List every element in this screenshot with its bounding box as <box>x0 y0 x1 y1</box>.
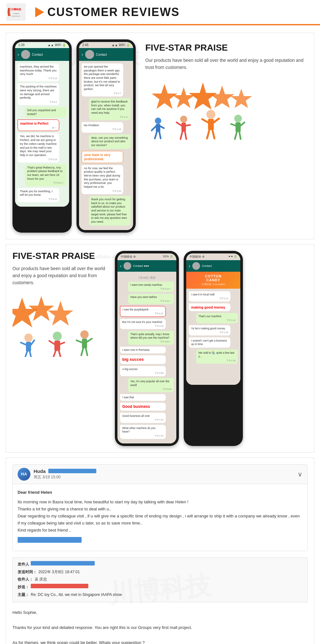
msg-text: Good business all over <box>122 414 164 418</box>
chat-messages-1: machines, they arrived the warehouse tod… <box>15 61 69 207</box>
svg-marker-4 <box>152 84 177 109</box>
meta-receiver-row: 收件人： 吴 庆忠 <box>18 576 302 583</box>
msg-time: 下午4:58 <box>122 372 164 375</box>
contact-name-2: Contact <box>96 53 107 56</box>
msg-text: But I'm not sure it's your machine <box>122 320 164 324</box>
chuanbo-sub: 川博科技 CHUANBO <box>189 283 238 286</box>
msg-text: I saw that <box>122 396 164 399</box>
msg-text: That's our machine <box>198 315 236 318</box>
status-bar-3: 中国移动 令 52% 🔋 <box>117 253 176 260</box>
meta-cc-label: 抄送： <box>18 584 29 591</box>
section-2: gzchuanbo.en.alibaba.com FIVE-STAR PRAIS… <box>6 244 314 453</box>
contact-name: Contact <box>32 53 43 56</box>
msg-time: 下午6:19 <box>20 158 57 161</box>
carrier-4: 中国移动 令 <box>189 255 205 259</box>
chat-header-4: ‹ Contact <box>186 260 240 272</box>
msg-m2-highlight: making good money <box>189 303 230 311</box>
msg-s3: I saw the purple&pink 下午4:15 <box>120 306 166 317</box>
msg-time: 下午7:47 <box>122 418 164 421</box>
msg-s2: Have you seen before 下午4:14 ✓ <box>128 294 174 304</box>
meta-receiver-value: 吴 庆忠 <box>35 576 47 583</box>
cotton-candy-title: COTTON <box>189 274 238 278</box>
back-icon-4[interactable]: ‹ <box>189 263 190 268</box>
msg-s7: A big succes 下午4:58 <box>120 366 166 376</box>
svg-point-9 <box>155 118 161 124</box>
msg-text: I want one candy machine. <box>130 283 172 287</box>
msg-3: Did you unpacked and tested? <box>25 107 67 118</box>
msg-m6: We sold to 🏪 quite a few last y... 下午1:1… <box>196 350 238 363</box>
msg-text: As for now, we feel the product quality … <box>84 167 121 189</box>
email-body-2: Hello Sophie, Thanks for your kind and d… <box>12 607 308 644</box>
msg-p2-1: we just opened the pacakiges them a week… <box>82 63 123 96</box>
msg-4: machine is Perfect 18 ✓ <box>18 120 59 131</box>
msg-time: 下午6:00 <box>130 388 172 391</box>
msg-7: Thank you for everthing, I will let you … <box>18 188 59 202</box>
signal-icons: ▲▲ WiFi 🔋 <box>112 43 130 47</box>
svg-line-53 <box>86 348 87 355</box>
email-line-1: Its morning now in Basra local time, how… <box>18 499 302 506</box>
msg-text: I saw it in local mall <box>191 293 228 296</box>
msg-s10-highlight: Good business <box>120 403 166 411</box>
msg-p2-5: your team is very professional. <box>82 151 123 163</box>
svg-line-46 <box>53 351 56 357</box>
svg-line-14 <box>159 132 161 138</box>
meta-cc-row: 抄送： <box>18 584 302 591</box>
meta-time-row: 发送时间： 2022年 3月9日 18:47:01 <box>18 569 302 576</box>
meta-sender-row: 发件人 <box>18 561 302 568</box>
meta-time-value: 2022年 3月9日 18:47:01 <box>38 569 80 576</box>
praise-text-2: Our products have been sold all over the… <box>12 265 108 286</box>
section1-content: 1:39 ▲▲ WiFi 🔋 ‹ Contact machines, they … <box>12 39 308 233</box>
msg-time: 下午6:22 <box>20 198 57 201</box>
svg-point-15 <box>180 116 187 123</box>
back-icon[interactable]: ‹ <box>18 52 19 57</box>
phone-screen-1: 1:39 ▲▲ WiFi 🔋 ‹ Contact machines, they … <box>15 42 69 207</box>
msg-time: 下午1:14 <box>198 319 236 322</box>
phone-mockup-3: 中国移动 令 52% 🔋 ‹ Contact ●●● 7月28日 周四 I wa… <box>115 251 179 446</box>
msg-p2-6: As for now, we feel the product quality … <box>82 165 123 194</box>
svg-line-29 <box>231 124 236 126</box>
svg-line-24 <box>214 119 219 122</box>
play-icon <box>35 7 44 17</box>
msg-p2-4: dear, can you say something about our pr… <box>89 135 131 149</box>
section-1: 川博科技 1:39 ▲▲ WiFi 🔋 ‹ Contact <box>6 33 314 239</box>
msg-highlight-orange: your team is very professional. <box>84 153 121 161</box>
msg-time: 下午4:53 ✓ <box>130 340 172 343</box>
meta-sender-label: 发件人 <box>18 561 29 568</box>
msg-s8: Yes, it's very popular all over the worl… <box>128 378 174 392</box>
cotton-candy-title2: CANDY <box>189 278 238 282</box>
email-date: 周五 3/19 15:00 <box>34 475 298 480</box>
msg-text: I scared I can't get a business up in ti… <box>191 339 228 346</box>
svg-line-45 <box>60 343 64 344</box>
praise-info-1: FIVE-STAR PRAISE Our products have been … <box>142 39 308 145</box>
email-card-1: HA Huda 周五 3/19 15:00 ∨ Dear friend Hele… <box>12 464 308 551</box>
msg-time: 下午2:7 <box>84 92 121 95</box>
expand-icon[interactable]: ∨ <box>298 470 302 478</box>
svg-rect-28 <box>236 122 241 132</box>
msg-text: I seen one in Romania <box>122 348 164 352</box>
msg-text: machines, they arrived the warehouse tod… <box>20 65 57 76</box>
svg-marker-34 <box>28 296 54 321</box>
msg-s4: But I'm not sure it's your machine 下午4:1… <box>120 319 166 329</box>
svg-point-36 <box>24 334 33 342</box>
sender-bar <box>48 469 96 473</box>
sender-name: Huda <box>34 468 46 474</box>
meta-receiver-label: 收件人： <box>18 576 33 583</box>
msg-text: Thank you for everthing, I will let you … <box>20 190 57 197</box>
meta-subject-label: 主题： <box>18 591 29 599</box>
back-icon[interactable]: ‹ <box>82 52 83 57</box>
cotton-candy-header: COTTON CANDY 川博科技 CHUANBO <box>186 272 240 289</box>
email-line-4: Kind regards for best friend .. <box>18 527 302 534</box>
phone-screen-4: 中国移动 令 ● ● 🔋 ‹ Contact COTTON CANDY 川博科技… <box>186 253 240 385</box>
msg-text: A big succes <box>122 367 164 371</box>
svg-line-51 <box>87 339 92 342</box>
msg-time: 下午6:16 <box>20 77 57 80</box>
chat-messages-4: I saw it in local mall 下午1:14 making goo… <box>186 289 240 385</box>
msg-m3: That's our machine 下午1:14 <box>196 313 238 323</box>
msg-text: We sold to 🏪 quite a few last y... <box>198 351 236 358</box>
svg-marker-8 <box>230 89 252 108</box>
svg-line-19 <box>180 132 182 139</box>
stars-people-svg <box>145 78 257 142</box>
back-icon-3[interactable]: ‹ <box>120 263 122 268</box>
svg-text:TECHNOLOGY: TECHNOLOGY <box>12 15 20 17</box>
email2-line1: Thanks for your kind and detailed respon… <box>12 624 308 631</box>
